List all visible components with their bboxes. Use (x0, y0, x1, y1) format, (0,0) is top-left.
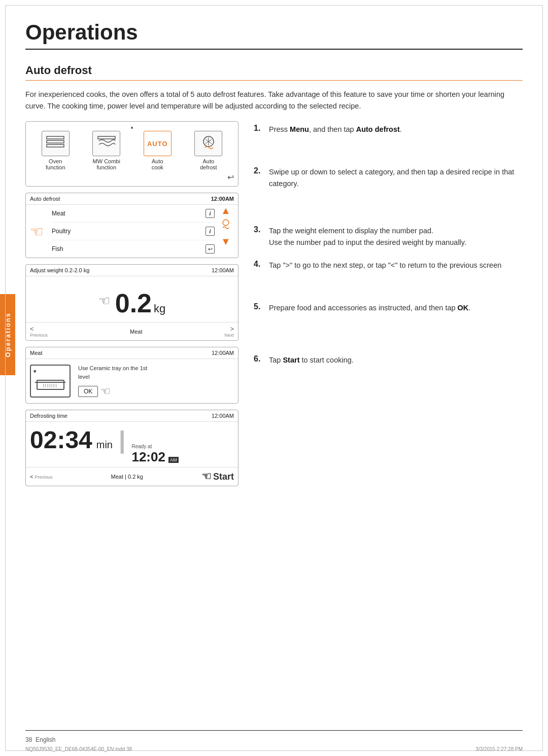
step4-num: 4. (254, 260, 264, 269)
poultry-label: Poultry (52, 228, 71, 235)
step1-num: 1. (254, 124, 264, 133)
screen3-time: 12:00AM (212, 267, 234, 273)
screen5-header: Defrosting time 12:00AM (26, 410, 238, 422)
screen2-time: 12:00AM (211, 196, 234, 202)
screen2-title: Auto defrost (30, 196, 60, 202)
page-num: 38 (25, 736, 32, 743)
step4-text: Tap ">" to go to the next step, or tap "… (269, 260, 501, 271)
screen2-row-meat: Meat i (52, 205, 215, 223)
svg-rect-1 (47, 140, 64, 143)
meat-label: Meat (52, 210, 65, 217)
step-2: 2. Swipe up or down to select a category… (254, 166, 523, 190)
next-label: Next (224, 333, 234, 338)
timer-divider: | (119, 426, 125, 454)
mw-icon (97, 134, 116, 153)
screen3-weight: 0.2 kg (115, 280, 166, 321)
meat-info-icon: i (206, 209, 215, 218)
screen3-title: Adjust weight 0.2-2.0 kg (30, 267, 89, 273)
svg-rect-2 (47, 145, 64, 147)
step5-num: 5. (254, 302, 264, 311)
step-3: 3. Tap the weight element to display the… (254, 225, 523, 248)
ok-button[interactable]: OK (78, 386, 98, 397)
ready-time-display: 12:02 AM (131, 449, 178, 465)
weight-unit: kg (154, 302, 165, 315)
auto-cook-icon-item: AUTO Autocook (144, 131, 172, 170)
svg-rect-0 (47, 136, 64, 139)
screen4-header: Meat 12:00AM (26, 347, 238, 359)
auto-cook-label: Autocook (152, 158, 163, 170)
screen5-footer-info: Meat | 0.2 kg (111, 474, 143, 480)
step2-text: Swipe up or down to select a category, a… (269, 166, 523, 190)
screen1: Ovenfunction MW Combifunction (25, 121, 238, 187)
back-button-s1: ↩ (30, 172, 234, 182)
start-hand-icon: ☜ (201, 470, 212, 483)
step1-text: Press Menu, and then tap Auto defrost. (269, 124, 402, 135)
step-4: 4. Tap ">" to go to the next step, or ta… (254, 260, 523, 271)
instruction-text: Use Ceramic tray on the 1stlevel (78, 364, 147, 381)
right-col: 1. Press Menu, and then tap Auto defrost… (254, 121, 523, 492)
next-btn: > (230, 325, 234, 333)
step-6: 6. Tap Start to start cooking. (254, 354, 523, 366)
screen2-main: Meat i Poultry i Fish ↩ (48, 205, 219, 258)
footer-line (25, 730, 523, 731)
footer-file: NQ50J9530_EE_DE68-04354E-00_EN.indd 38 3… (25, 746, 523, 752)
timer-value: 02:34 (30, 426, 92, 454)
screen4: Meat 12:00AM ■ ||||||| (25, 347, 238, 404)
screen5-footer: < Previous Meat | 0.2 kg ☜ Start (26, 467, 238, 486)
mw-function-icon-item: MW Combifunction (92, 131, 120, 170)
timer-unit: min (96, 439, 113, 451)
steps-list: 1. Press Menu, and then tap Auto defrost… (254, 121, 523, 366)
step6-num: 6. (254, 354, 264, 364)
start-label: Start (213, 472, 234, 482)
screen4-instructions: Use Ceramic tray on the 1stlevel OK ☜ (78, 364, 147, 398)
step-1: 1. Press Menu, and then tap Auto defrost… (254, 124, 523, 135)
screen3-header: Adjust weight 0.2-2.0 kg 12:00AM (26, 265, 238, 276)
oven-function-label: Ovenfunction (46, 158, 65, 170)
page-title: Operations (25, 20, 523, 45)
screen5-time: 12:00AM (212, 413, 234, 419)
weight-value: 0.2 (115, 288, 152, 318)
screen3-category: Meat (130, 329, 142, 335)
fish-back-icon: ↩ (206, 244, 215, 254)
title-underline (25, 49, 523, 50)
prev-btn: < (30, 325, 34, 333)
screen5-content: 02:34 min | Ready at 12:02 AM (26, 422, 238, 467)
svg-rect-3 (98, 136, 115, 139)
prev-label: Previous (30, 333, 48, 338)
timer-ready: Ready at 12:02 AM (131, 444, 178, 465)
file-name: NQ50J9530_EE_DE68-04354E-00_EN.indd 38 (25, 746, 132, 752)
side-tab-label: Operations (4, 312, 12, 357)
page-lang: English (36, 736, 55, 743)
mw-function-box (92, 131, 120, 156)
hand-tap-icon: ☜ (98, 293, 110, 309)
step6-text: Tap Start to start cooking. (269, 354, 354, 366)
prev-area: < Previous (30, 474, 53, 480)
level-number: ■ (33, 369, 36, 374)
prev-chevron: < (30, 474, 33, 480)
oven-tray: ||||||| (37, 380, 64, 390)
arrow-down-icon: ▼ (221, 236, 231, 247)
ready-time: 12:02 (131, 449, 165, 464)
ok-button-area: OK ☜ (78, 385, 147, 398)
arrow-up-icon: ▲ (221, 205, 231, 217)
screen2-content: ☜ Meat i Poultry i (26, 205, 238, 258)
step3-text: Tap the weight element to display the nu… (269, 225, 466, 248)
page-footer: 38 English (25, 736, 523, 743)
screen4-title: Meat (30, 350, 42, 356)
screen2-row-poultry: Poultry i (52, 223, 215, 240)
poultry-info-icon: i (206, 227, 215, 236)
dot-indicator (131, 127, 133, 129)
section-title: Auto defrost (25, 64, 523, 77)
oven-diagram: ■ ||||||| (30, 365, 71, 398)
file-date: 3/3/2015 2:27:28 PM (475, 746, 523, 752)
timer-display: 02:34 min | Ready at 12:02 AM (30, 426, 234, 465)
swipe-arrows: ▲ ▼ (219, 205, 233, 258)
screen4-content: ■ ||||||| Use Ceramic tray on the 1stlev… (26, 359, 238, 403)
oven-icon (46, 134, 65, 153)
screen2-row-fish: Fish ↩ (52, 240, 215, 258)
tray-lines: ||||||| (43, 383, 58, 387)
auto-label: AUTO (147, 140, 168, 148)
fish-label: Fish (52, 245, 63, 253)
category-icon (219, 218, 233, 232)
auto-defrost-box (194, 131, 222, 156)
